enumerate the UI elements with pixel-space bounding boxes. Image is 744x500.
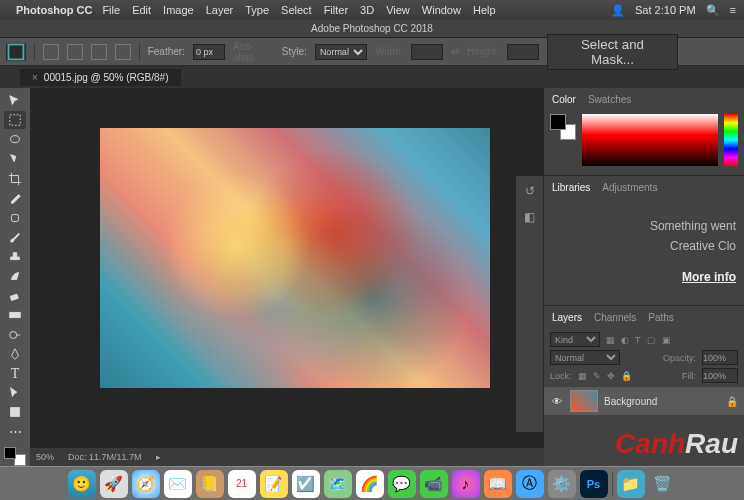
ibooks-icon[interactable]: 📖 bbox=[484, 470, 512, 498]
ps-home-icon[interactable] bbox=[6, 43, 26, 61]
appstore-icon[interactable]: Ⓐ bbox=[516, 470, 544, 498]
reminders-icon[interactable]: ☑️ bbox=[292, 470, 320, 498]
calendar-icon[interactable]: 21 bbox=[228, 470, 256, 498]
clock[interactable]: Sat 2:10 PM bbox=[635, 4, 696, 16]
menu-window[interactable]: Window bbox=[422, 4, 461, 16]
downloads-icon[interactable]: 📁 bbox=[617, 470, 645, 498]
gradient-tool-icon[interactable] bbox=[4, 306, 26, 323]
new-selection-icon[interactable] bbox=[43, 44, 59, 60]
lock-trans-icon[interactable]: ▦ bbox=[578, 371, 587, 381]
trash-icon[interactable]: 🗑️ bbox=[649, 470, 677, 498]
itunes-icon[interactable]: ♪ bbox=[452, 470, 480, 498]
safari-icon[interactable]: 🧭 bbox=[132, 470, 160, 498]
zoom-level[interactable]: 50% bbox=[36, 452, 54, 462]
select-and-mask-button[interactable]: Select and Mask... bbox=[547, 34, 678, 70]
type-tool-icon[interactable]: T bbox=[4, 365, 26, 382]
tab-paths[interactable]: Paths bbox=[648, 312, 674, 323]
menu-view[interactable]: View bbox=[386, 4, 410, 16]
style-select[interactable]: Normal bbox=[315, 44, 367, 60]
photoshop-icon[interactable]: Ps bbox=[580, 470, 608, 498]
spotlight-icon[interactable]: 🔍 bbox=[706, 4, 720, 17]
filter-shape-icon[interactable]: ▢ bbox=[647, 335, 656, 345]
color-spectrum[interactable] bbox=[582, 114, 718, 166]
quickselect-tool-icon[interactable] bbox=[4, 150, 26, 167]
filter-type-icon[interactable]: T bbox=[635, 335, 641, 345]
lock-all-icon[interactable]: 🔒 bbox=[621, 371, 632, 381]
add-selection-icon[interactable] bbox=[67, 44, 83, 60]
path-select-tool-icon[interactable] bbox=[4, 384, 26, 401]
opacity-input[interactable] bbox=[702, 350, 738, 365]
tab-channels[interactable]: Channels bbox=[594, 312, 636, 323]
menu-image[interactable]: Image bbox=[163, 4, 194, 16]
svg-rect-5 bbox=[10, 312, 21, 317]
tab-libraries[interactable]: Libraries bbox=[552, 182, 590, 193]
menu-filter[interactable]: Filter bbox=[324, 4, 348, 16]
contacts-icon[interactable]: 📒 bbox=[196, 470, 224, 498]
lasso-tool-icon[interactable] bbox=[4, 131, 26, 148]
menu-edit[interactable]: Edit bbox=[132, 4, 151, 16]
move-tool-icon[interactable] bbox=[4, 92, 26, 109]
photos-icon[interactable]: 🌈 bbox=[356, 470, 384, 498]
messages-icon[interactable]: 💬 bbox=[388, 470, 416, 498]
filter-adjust-icon[interactable]: ◐ bbox=[621, 335, 629, 345]
pen-tool-icon[interactable] bbox=[4, 345, 26, 362]
more-info-link[interactable]: More info bbox=[552, 267, 736, 287]
stamp-tool-icon[interactable] bbox=[4, 248, 26, 265]
eraser-tool-icon[interactable] bbox=[4, 287, 26, 304]
shape-tool-icon[interactable] bbox=[4, 404, 26, 421]
sysprefs-icon[interactable]: ⚙️ bbox=[548, 470, 576, 498]
marquee-tool-icon[interactable] bbox=[4, 111, 26, 128]
eyedropper-tool-icon[interactable] bbox=[4, 189, 26, 206]
fill-input[interactable] bbox=[702, 368, 738, 383]
document-tab[interactable]: × 00015.jpg @ 50% (RGB/8#) bbox=[20, 69, 181, 86]
lock-pixel-icon[interactable]: ✎ bbox=[593, 371, 601, 381]
panel-fgbg-colors[interactable] bbox=[550, 114, 576, 140]
lock-pos-icon[interactable]: ✥ bbox=[607, 371, 615, 381]
feather-input[interactable] bbox=[193, 44, 225, 60]
doc-size[interactable]: Doc: 11.7M/11.7M bbox=[68, 452, 142, 462]
facetime-icon[interactable]: 📹 bbox=[420, 470, 448, 498]
history-brush-tool-icon[interactable] bbox=[4, 267, 26, 284]
tab-swatches[interactable]: Swatches bbox=[588, 94, 631, 105]
notes-icon[interactable]: 📝 bbox=[260, 470, 288, 498]
menu-help[interactable]: Help bbox=[473, 4, 496, 16]
heal-tool-icon[interactable] bbox=[4, 209, 26, 226]
tab-adjustments[interactable]: Adjustments bbox=[602, 182, 657, 193]
menu-3d[interactable]: 3D bbox=[360, 4, 374, 16]
menu-layer[interactable]: Layer bbox=[206, 4, 234, 16]
finder-icon[interactable]: 🙂 bbox=[68, 470, 96, 498]
layer-row[interactable]: 👁 Background 🔒 bbox=[544, 387, 744, 415]
mail-icon[interactable]: ✉️ bbox=[164, 470, 192, 498]
filter-kind-select[interactable]: Kind bbox=[550, 332, 600, 347]
foreground-background-colors[interactable] bbox=[4, 447, 26, 466]
blend-mode-select[interactable]: Normal bbox=[550, 350, 620, 365]
lock-icon[interactable]: 🔒 bbox=[726, 396, 738, 407]
launchpad-icon[interactable]: 🚀 bbox=[100, 470, 128, 498]
dodge-tool-icon[interactable] bbox=[4, 326, 26, 343]
history-collapsed-icon[interactable]: ↺ bbox=[521, 184, 539, 200]
tab-layers[interactable]: Layers bbox=[552, 312, 582, 323]
tab-color[interactable]: Color bbox=[552, 94, 576, 105]
intersect-selection-icon[interactable] bbox=[115, 44, 131, 60]
properties-collapsed-icon[interactable]: ◧ bbox=[521, 210, 539, 226]
status-arrow-icon[interactable]: ▸ bbox=[156, 452, 161, 462]
menu-type[interactable]: Type bbox=[245, 4, 269, 16]
document-canvas[interactable] bbox=[100, 128, 490, 388]
subtract-selection-icon[interactable] bbox=[91, 44, 107, 60]
canvas-area[interactable]: 50% Doc: 11.7M/11.7M ▸ bbox=[30, 88, 544, 466]
app-menu[interactable]: Photoshop CC bbox=[16, 4, 92, 16]
close-tab-icon[interactable]: × bbox=[32, 72, 38, 83]
filter-pixel-icon[interactable]: ▦ bbox=[606, 335, 615, 345]
visibility-icon[interactable]: 👁 bbox=[550, 396, 564, 407]
layer-thumbnail[interactable] bbox=[570, 390, 598, 412]
menu-select[interactable]: Select bbox=[281, 4, 312, 16]
crop-tool-icon[interactable] bbox=[4, 170, 26, 187]
maps-icon[interactable]: 🗺️ bbox=[324, 470, 352, 498]
filter-smart-icon[interactable]: ▣ bbox=[662, 335, 671, 345]
menu-file[interactable]: File bbox=[102, 4, 120, 16]
fastswitch-icon[interactable]: 👤 bbox=[611, 4, 625, 17]
more-tools-icon[interactable]: ⋯ bbox=[4, 423, 26, 440]
hue-slider[interactable] bbox=[724, 114, 738, 166]
notifications-icon[interactable]: ≡ bbox=[730, 4, 736, 16]
brush-tool-icon[interactable] bbox=[4, 228, 26, 245]
